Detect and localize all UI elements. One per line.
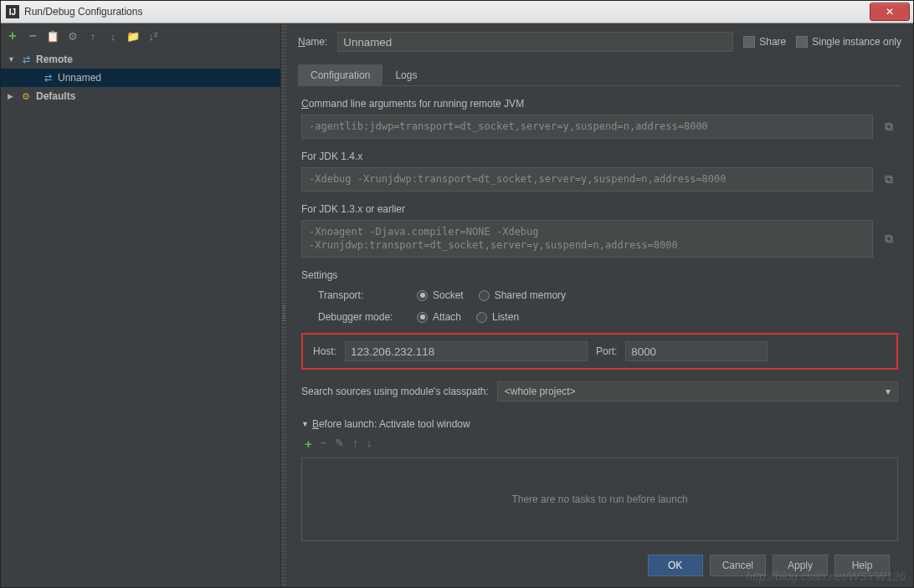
move-down-icon[interactable]: ↓: [367, 437, 372, 451]
dialog-footer: OK Cancel Apply Help: [298, 546, 901, 585]
before-launch-toolbar: + − ✎ ↑ ↓: [301, 430, 898, 458]
radio-dot-icon: [417, 312, 428, 323]
copy-icon[interactable]: ⧉: [880, 115, 898, 139]
settings-title: Settings: [301, 269, 898, 281]
radio-dot-icon: [417, 290, 428, 301]
search-sources-label: Search sources using module's classpath:: [301, 386, 489, 397]
move-up-icon[interactable]: ↑: [86, 29, 100, 43]
ok-button[interactable]: OK: [648, 555, 703, 576]
titlebar: IJ Run/Debug Configurations ✕: [1, 1, 913, 23]
tab-logs[interactable]: Logs: [383, 64, 429, 86]
edit-task-icon[interactable]: ✎: [335, 437, 344, 451]
folder-icon[interactable]: 📁: [126, 29, 140, 43]
right-panel: Name: Share Single instance only Configu…: [286, 23, 913, 587]
before-launch-empty: There are no tasks to run before launch: [301, 458, 898, 541]
host-port-highlight: Host: Port:: [301, 333, 898, 370]
move-up-icon[interactable]: ↑: [352, 437, 358, 451]
radio-label: Listen: [492, 311, 519, 323]
tab-configuration[interactable]: Configuration: [298, 64, 383, 86]
cancel-button[interactable]: Cancel: [710, 555, 766, 576]
radio-attach[interactable]: Attach: [417, 311, 461, 323]
cmd-args-label: Command line arguments for running remot…: [301, 98, 898, 110]
name-label: Name:: [298, 36, 327, 48]
tree-label: Remote: [36, 54, 73, 65]
single-instance-label: Single instance only: [812, 36, 901, 48]
help-button[interactable]: Help: [834, 555, 890, 576]
empty-text: There are no tasks to run before launch: [511, 493, 687, 505]
close-button[interactable]: ✕: [870, 3, 910, 21]
transport-label: Transport:: [318, 289, 402, 301]
before-launch-title: Before launch: Activate tool window: [312, 418, 470, 430]
select-value: <whole project>: [505, 386, 576, 397]
tab-content: Command line arguments for running remot…: [298, 86, 901, 546]
radio-dot-icon: [479, 290, 490, 301]
gear-icon: ⚙: [19, 91, 33, 102]
debugger-mode-row: Debugger mode: Attach Listen: [301, 311, 898, 323]
share-label: Share: [759, 36, 786, 48]
radio-listen[interactable]: Listen: [476, 311, 519, 323]
remove-config-icon[interactable]: −: [26, 29, 39, 43]
transport-row: Transport: Socket Shared memory: [301, 289, 898, 301]
jdk13-text[interactable]: -Xnoagent -Djava.compiler=NONE -Xdebug -…: [301, 220, 873, 258]
before-launch-section: ▼ Before launch: Activate tool window + …: [301, 418, 898, 541]
port-input[interactable]: [625, 341, 768, 361]
remote-icon: ⇄: [19, 54, 33, 65]
radio-label: Shared memory: [495, 289, 566, 301]
copy-config-icon[interactable]: 📋: [46, 29, 59, 43]
port-label: Port:: [596, 345, 617, 357]
expand-arrow-icon: ▼: [8, 55, 16, 64]
add-task-icon[interactable]: +: [305, 437, 312, 451]
host-label: Host:: [313, 345, 336, 357]
chevron-down-icon: ▾: [886, 386, 891, 397]
mode-label: Debugger mode:: [318, 311, 402, 323]
radio-socket[interactable]: Socket: [417, 289, 464, 301]
radio-shared-memory[interactable]: Shared memory: [479, 289, 566, 301]
copy-icon[interactable]: ⧉: [880, 220, 898, 258]
remote-icon: ⇄: [41, 73, 54, 84]
share-checkbox[interactable]: Share: [743, 36, 786, 48]
jdk14-label: For JDK 1.4.x: [301, 151, 898, 162]
apply-button[interactable]: Apply: [773, 555, 828, 576]
radio-dot-icon: [476, 312, 487, 323]
move-down-icon[interactable]: ↓: [106, 29, 120, 43]
tree-label: Defaults: [36, 90, 75, 102]
sort-icon[interactable]: ↓²: [146, 29, 160, 43]
content-area: + − 📋 ⚙ ↑ ↓ 📁 ↓² ▼ ⇄ Remote ⇄ Unnamed: [1, 23, 913, 587]
name-row: Name: Share Single instance only: [298, 32, 901, 52]
config-tree: ▼ ⇄ Remote ⇄ Unnamed ▶ ⚙ Defaults: [1, 49, 280, 587]
dialog-window: IJ Run/Debug Configurations ✕ + − 📋 ⚙ ↑ …: [0, 0, 914, 588]
search-sources-row: Search sources using module's classpath:…: [301, 381, 898, 401]
remove-task-icon[interactable]: −: [321, 437, 327, 451]
add-config-icon[interactable]: +: [6, 29, 19, 43]
settings-icon[interactable]: ⚙: [66, 29, 80, 43]
config-toolbar: + − 📋 ⚙ ↑ ↓ 📁 ↓²: [1, 23, 280, 49]
tree-node-defaults[interactable]: ▶ ⚙ Defaults: [1, 87, 280, 105]
left-panel: + − 📋 ⚙ ↑ ↓ 📁 ↓² ▼ ⇄ Remote ⇄ Unnamed: [1, 23, 281, 587]
expand-arrow-icon: ▶: [8, 92, 16, 100]
collapse-arrow-icon: ▼: [301, 420, 309, 428]
tree-label: Unnamed: [58, 72, 101, 84]
before-launch-header[interactable]: ▼ Before launch: Activate tool window: [301, 418, 898, 430]
jdk14-group: For JDK 1.4.x -Xdebug -Xrunjdwp:transpor…: [301, 151, 898, 192]
radio-label: Attach: [433, 311, 461, 323]
name-input[interactable]: [337, 32, 733, 52]
copy-icon[interactable]: ⧉: [880, 167, 898, 192]
jdk13-label: For JDK 1.3.x or earlier: [301, 203, 898, 215]
tree-node-remote[interactable]: ▼ ⇄ Remote: [1, 50, 280, 69]
tab-bar: Configuration Logs: [298, 64, 901, 86]
module-classpath-select[interactable]: <whole project> ▾: [497, 381, 898, 401]
checkbox-box-icon: [796, 36, 808, 48]
split-handle[interactable]: [281, 23, 286, 587]
radio-label: Socket: [433, 289, 464, 301]
jdk13-group: For JDK 1.3.x or earlier -Xnoagent -Djav…: [301, 203, 898, 258]
app-icon: IJ: [6, 5, 19, 18]
cmd-args-text[interactable]: -agentlib:jdwp=transport=dt_socket,serve…: [301, 115, 873, 139]
single-instance-checkbox[interactable]: Single instance only: [796, 36, 901, 48]
tree-node-unnamed[interactable]: ⇄ Unnamed: [1, 69, 280, 87]
checkbox-box-icon: [743, 36, 755, 48]
host-input[interactable]: [345, 341, 588, 361]
jdk14-text[interactable]: -Xdebug -Xrunjdwp:transport=dt_socket,se…: [301, 167, 873, 192]
cmd-args-group: Command line arguments for running remot…: [301, 98, 898, 139]
window-title: Run/Debug Configurations: [24, 6, 870, 18]
